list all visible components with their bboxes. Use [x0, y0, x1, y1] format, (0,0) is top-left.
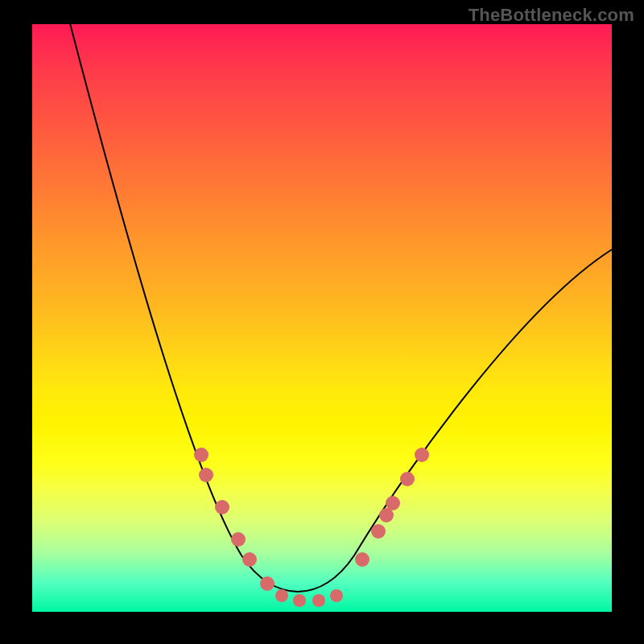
marker-8 [312, 594, 325, 607]
marker-0 [194, 448, 208, 462]
marker-14 [400, 472, 415, 486]
marker-7 [293, 594, 306, 607]
marker-5 [260, 576, 275, 591]
marker-11 [371, 524, 386, 539]
marker-3 [231, 532, 246, 547]
marker-13 [386, 496, 400, 510]
marker-15 [415, 448, 429, 462]
marker-1 [199, 468, 213, 482]
marker-9 [330, 589, 343, 602]
plot-area [32, 24, 612, 612]
marker-4 [242, 552, 257, 567]
marker-6 [275, 589, 288, 602]
bottleneck-curve [66, 8, 612, 592]
watermark-text: TheBottleneck.com [469, 5, 634, 26]
marker-10 [355, 552, 369, 567]
curve-svg [32, 24, 612, 612]
marker-2 [215, 500, 229, 514]
chart-frame: TheBottleneck.com [0, 0, 644, 644]
